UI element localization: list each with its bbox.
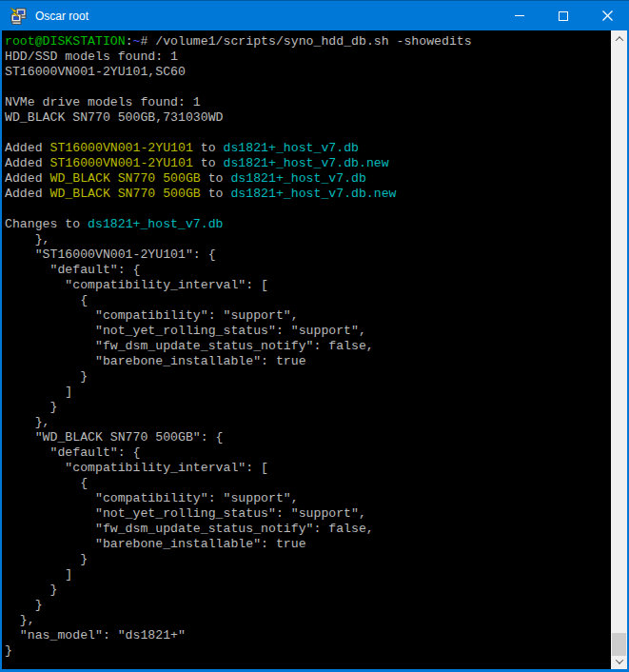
maximize-icon [559, 11, 568, 21]
terminal-text-segment: "not_yet_rolling_status": "support", [5, 506, 366, 521]
window-content: root@DISKSTATION:~# /volume1/scripts/syn… [0, 30, 629, 672]
terminal-line: } [5, 400, 611, 415]
terminal-line: HDD/SSD models found: 1 [5, 49, 611, 65]
terminal-text-segment: ST16000VN001-2YU101 [49, 141, 192, 155]
terminal-line: ] [5, 385, 611, 400]
terminal-line: "compatibility_interval": [ [5, 278, 611, 293]
terminal-text-segment: }, [5, 415, 49, 429]
close-button[interactable] [585, 1, 629, 30]
scroll-up-button[interactable] [611, 30, 627, 47]
terminal-line [5, 126, 611, 141]
terminal-text-segment: WD_BLACK SN770 500GB [49, 171, 200, 186]
terminal-line: "nas_model": "ds1821+" [5, 628, 611, 643]
terminal-line: "not_yet_rolling_status": "support", [5, 506, 611, 522]
terminal-text-segment: ST16000VN001-2YU101 [49, 156, 192, 170]
terminal-line: }, [5, 232, 611, 247]
terminal-text-segment: ] [5, 567, 72, 582]
terminal-line: "barebone_installable": true [5, 354, 611, 369]
terminal-text-segment: }, [5, 232, 49, 247]
terminal-text-segment: ds1821+_host_v7.db [224, 141, 359, 155]
terminal-text-segment: } [5, 369, 88, 384]
terminal-line: "fw_dsm_update_status_notify": false, [5, 522, 611, 537]
chevron-down-icon [615, 656, 622, 663]
terminal-text-segment: "compatibility": "support", [5, 308, 299, 323]
terminal-text-segment: Changes to [5, 217, 88, 231]
terminal-text-segment: Added [5, 171, 49, 186]
terminal-line: }, [5, 415, 611, 430]
terminal-line: } [5, 583, 611, 598]
terminal-text-segment: "compatibility_interval": [ [5, 278, 268, 292]
terminal-text-segment: "ST16000VN001-2YU101": { [5, 247, 216, 262]
window-title: Oscar root [35, 10, 498, 23]
terminal-text-segment: "barebone_installable": true [5, 537, 306, 551]
terminal-text-segment: { [5, 293, 88, 307]
terminal-line: } [5, 643, 611, 659]
terminal-line: } [5, 552, 611, 567]
terminal-line: Added ST16000VN001-2YU101 to ds1821+_hos… [5, 141, 611, 156]
terminal-text-segment: "compatibility_interval": [ [5, 461, 268, 475]
terminal-text-segment: }, [5, 613, 35, 627]
terminal-text-segment: : [126, 34, 133, 49]
terminal-text-segment: ds1821+_host_v7.db [230, 171, 365, 186]
terminal-line: { [5, 293, 611, 308]
terminal-text-segment: } [5, 583, 57, 597]
terminal-text-segment: "fw_dsm_update_status_notify": false, [5, 522, 374, 536]
terminal-line: Added ST16000VN001-2YU101 to ds1821+_hos… [5, 156, 611, 171]
terminal-text-segment: "fw_dsm_update_status_notify": false, [5, 339, 374, 353]
terminal-text-segment: root@DISKSTATION [5, 34, 126, 49]
terminal-text-segment: "nas_model": "ds1821+" [5, 628, 186, 642]
terminal-text-segment: ds1821+_host_v7.db.new [230, 187, 396, 201]
terminal-line: ] [5, 567, 611, 583]
terminal-line: "default": { [5, 445, 611, 461]
terminal-line: "fw_dsm_update_status_notify": false, [5, 339, 611, 354]
vertical-scrollbar[interactable] [611, 30, 627, 669]
terminal-line: ST16000VN001-2YU101,SC60 [5, 65, 611, 80]
minimize-button[interactable] [498, 1, 541, 30]
minimize-icon [515, 15, 524, 16]
terminal-line: Added WD_BLACK SN770 500GB to ds1821+_ho… [5, 187, 611, 202]
terminal-line: "not_yet_rolling_status": "support", [5, 324, 611, 339]
terminal-text-segment: to [193, 141, 224, 155]
scroll-down-button[interactable] [611, 653, 627, 669]
terminal-text-segment: WD_BLACK SN770 500GB [49, 187, 200, 201]
terminal-line: "WD_BLACK SN770 500GB": { [5, 430, 611, 445]
terminal-output[interactable]: root@DISKSTATION:~# /volume1/scripts/syn… [2, 30, 611, 669]
terminal-text-segment: WD_BLACK SN770 500GB,731030WD [5, 110, 224, 125]
terminal-line [5, 202, 611, 217]
terminal-text-segment: to [201, 171, 231, 186]
terminal-text-segment: to [193, 156, 224, 170]
terminal-text-segment: "WD_BLACK SN770 500GB": { [5, 430, 224, 445]
maximize-button[interactable] [541, 1, 585, 30]
terminal-text-segment: } [5, 598, 43, 612]
putty-terminal-icon[interactable] [9, 7, 28, 26]
terminal-text-segment: } [5, 643, 12, 658]
terminal-text-segment: Added [5, 156, 49, 170]
title-bar[interactable]: Oscar root [0, 1, 629, 30]
close-icon [602, 10, 613, 21]
terminal-text-segment: NVMe drive models found: 1 [5, 95, 201, 109]
terminal-text-segment: # /volume1/scripts/syno_hdd_db.sh -showe… [140, 34, 471, 49]
terminal-text-segment: Added [5, 187, 49, 201]
terminal-text-segment: ] [5, 385, 72, 399]
terminal-line: } [5, 598, 611, 613]
terminal-text-segment: "compatibility": "support", [5, 491, 299, 505]
terminal-line [5, 80, 611, 95]
terminal-line: }, [5, 613, 611, 628]
putty-window: Oscar root root@DISKSTATION:~# /volume1/… [0, 0, 629, 672]
terminal-line: root@DISKSTATION:~# /volume1/scripts/syn… [5, 34, 611, 49]
terminal-text-segment: ds1821+_host_v7.db.new [224, 156, 389, 170]
caption-buttons [498, 1, 629, 30]
terminal-text-segment: HDD/SSD models found: 1 [5, 49, 178, 64]
terminal-line: "compatibility_interval": [ [5, 461, 611, 476]
terminal-text-segment: "barebone_installable": true [5, 354, 306, 368]
terminal-line: "compatibility": "support", [5, 491, 611, 506]
terminal-text-segment: to [201, 187, 231, 201]
terminal-line: Changes to ds1821+_host_v7.db [5, 217, 611, 232]
terminal-line: } [5, 369, 611, 385]
terminal-line: { [5, 476, 611, 491]
terminal-line: "compatibility": "support", [5, 308, 611, 324]
terminal-text-segment: { [5, 476, 88, 490]
chevron-up-icon [615, 36, 622, 44]
terminal-line: "default": { [5, 263, 611, 278]
terminal-line: "ST16000VN001-2YU101": { [5, 247, 611, 263]
